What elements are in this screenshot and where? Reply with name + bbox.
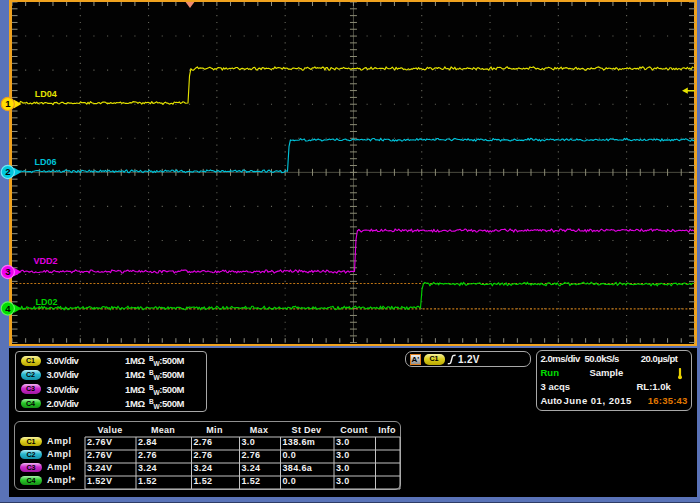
svg-text:4: 4 [5, 303, 11, 314]
svg-text:3: 3 [5, 266, 10, 277]
svg-text:1: 1 [5, 98, 11, 109]
svg-text:2: 2 [5, 166, 10, 177]
